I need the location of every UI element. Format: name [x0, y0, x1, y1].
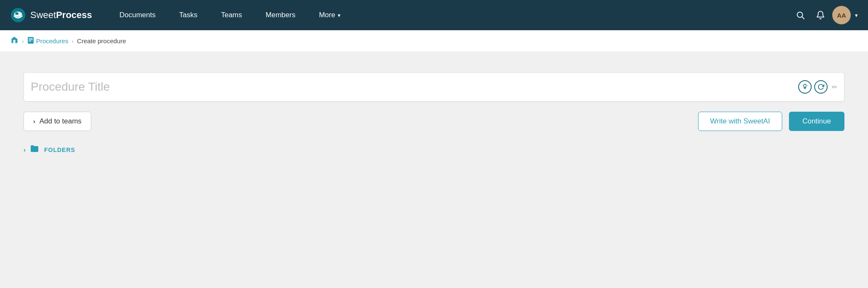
right-actions: Write with SweetAI Continue — [698, 112, 844, 131]
refresh-icon-button[interactable] — [814, 80, 828, 94]
breadcrumb-separator-1: › — [22, 38, 24, 45]
svg-rect-8 — [29, 41, 31, 42]
folders-label: FOLDERS — [44, 147, 75, 153]
search-icon — [796, 10, 805, 20]
bell-icon — [816, 10, 825, 20]
navbar-nav: Documents Tasks Teams Members More ▾ — [108, 0, 792, 30]
svg-rect-5 — [28, 37, 34, 44]
avatar[interactable]: AA — [832, 6, 851, 24]
main-content: ✏ › Add to teams Write with SweetAI Cont… — [0, 52, 868, 288]
lightbulb-icon — [802, 84, 808, 90]
nav-item-documents[interactable]: Documents — [108, 0, 167, 30]
procedures-file-icon — [27, 37, 34, 46]
breadcrumb-home[interactable] — [10, 36, 19, 46]
folders-row[interactable]: › FOLDERS — [24, 144, 844, 155]
logo[interactable]: SweetProcess — [10, 7, 94, 23]
logo-text: SweetProcess — [30, 10, 92, 21]
nav-item-more[interactable]: More ▾ — [307, 0, 352, 30]
breadcrumb-separator-2: › — [71, 38, 74, 45]
nav-item-teams[interactable]: Teams — [209, 0, 254, 30]
svg-line-4 — [802, 17, 804, 19]
nav-item-members[interactable]: Members — [254, 0, 307, 30]
folders-chevron-icon: › — [24, 146, 26, 153]
breadcrumb-current: Create procedure — [77, 37, 126, 45]
actions-row: › Add to teams Write with SweetAI Contin… — [24, 112, 844, 131]
title-input-icons: ✏ — [798, 80, 837, 94]
search-button[interactable] — [792, 7, 809, 24]
procedure-title-input[interactable] — [31, 73, 798, 101]
svg-point-9 — [804, 84, 807, 87]
notifications-button[interactable] — [812, 7, 829, 24]
svg-rect-7 — [29, 39, 33, 40]
more-chevron-icon: ▾ — [338, 12, 341, 18]
navbar: SweetProcess Documents Tasks Teams Membe… — [0, 0, 868, 30]
title-input-wrapper: ✏ — [24, 72, 844, 102]
svg-point-1 — [14, 11, 22, 17]
write-sweetai-button[interactable]: Write with SweetAI — [698, 112, 782, 131]
logo-icon — [10, 7, 26, 23]
pen-icon: ✏ — [832, 83, 837, 91]
svg-point-2 — [15, 12, 19, 15]
navbar-actions: AA ▾ — [792, 6, 858, 24]
refresh-icon — [818, 84, 824, 90]
continue-button[interactable]: Continue — [789, 112, 844, 131]
write-sweetai-label: Write with SweetAI — [710, 117, 770, 125]
avatar-chevron-icon[interactable]: ▾ — [855, 12, 858, 18]
svg-rect-6 — [29, 38, 33, 39]
add-to-teams-label: Add to teams — [40, 117, 82, 126]
breadcrumb: › Procedures › Create procedure — [0, 30, 868, 52]
breadcrumb-procedures[interactable]: Procedures — [27, 37, 69, 46]
add-to-teams-button[interactable]: › Add to teams — [24, 112, 91, 131]
continue-label: Continue — [802, 117, 831, 125]
home-icon — [10, 36, 19, 44]
folder-icon — [30, 144, 40, 155]
ai-icon-button[interactable] — [798, 80, 812, 94]
nav-item-tasks[interactable]: Tasks — [167, 0, 209, 30]
add-teams-chevron-icon: › — [33, 118, 35, 125]
